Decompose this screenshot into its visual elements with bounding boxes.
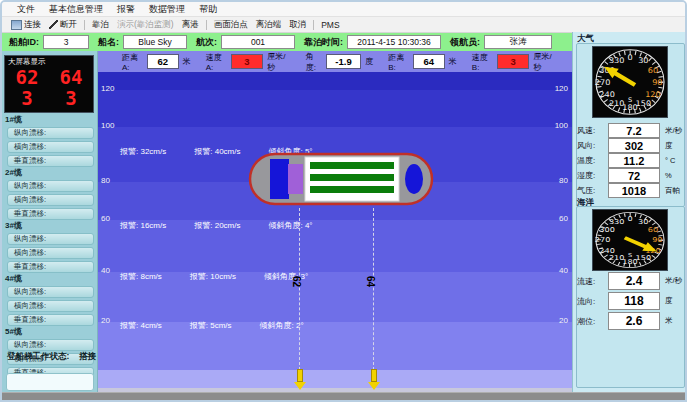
alarm-1-speed2: 报警: 40cm/s — [194, 146, 240, 157]
temperature-label: 温度: — [575, 155, 608, 166]
current-direction-value: 118 — [608, 292, 660, 310]
left-sidebar: 大屏幕显示 62 64 3 3 1#缆 纵向漂移: 横向漂移: 垂直漂移: 2#… — [2, 51, 98, 392]
current-speed-unit: 米/秒 — [660, 276, 682, 286]
speed-b-value: 3 — [497, 54, 530, 69]
alarm-row-4: 报警: 4cm/s 报警: 5cm/s 倾斜角度: 2° — [120, 320, 304, 331]
cable-5-header: 5#缆 — [2, 327, 97, 337]
toolbar-separator — [206, 20, 207, 30]
toolbar: 连接 断开 靠泊 演示(靠泊监测) 离港 画面泊点 离泊端 取消 PMS — [2, 16, 685, 33]
voyage-label: 航次: — [196, 36, 217, 49]
dial-label: 300 — [599, 226, 615, 234]
toolbar-separator — [313, 20, 314, 30]
menu-data[interactable]: 数据管理 — [142, 2, 192, 17]
menu-basic-info[interactable]: 基本信息管理 — [42, 2, 110, 17]
led-value-b: 64 — [49, 67, 93, 88]
window-bottom-frame — [2, 392, 685, 402]
dial-label: 180 — [622, 258, 638, 266]
sidebar-empty-panel — [6, 373, 94, 391]
cancel-button[interactable]: 取消 — [285, 19, 310, 31]
dial-label: 270 — [595, 78, 611, 87]
tide-level-unit: 米 — [660, 316, 673, 326]
cable-2-lateral-drift[interactable]: 横向漂移: — [7, 194, 94, 206]
humidity-row: 湿度: 72 % — [575, 168, 687, 183]
ship-id-input[interactable]: 3 — [43, 35, 89, 49]
cable-4-lateral-drift[interactable]: 横向漂移: — [7, 300, 94, 312]
cable-3-longitudinal-drift[interactable]: 纵向漂移: — [7, 233, 94, 245]
dial-label: 150 — [636, 99, 652, 108]
alarm-4-speed1: 报警: 4cm/s — [120, 320, 162, 331]
alarm-1-speed1: 报警: 32cm/s — [120, 146, 166, 157]
cable-3-vertical-drift[interactable]: 垂直漂移: — [7, 261, 94, 273]
cable-1-vertical-drift[interactable]: 垂直漂移: — [7, 155, 94, 167]
cable-3-lateral-drift[interactable]: 横向漂移: — [7, 247, 94, 259]
ship-info-bar: 船舶ID: 3 船名: Blue Sky 航次: 001 靠泊时间: 2011-… — [2, 33, 572, 51]
dial-label: 240 — [599, 246, 615, 254]
berth-point-button[interactable]: 画面泊点 — [210, 19, 252, 31]
disconnect-button[interactable]: 断开 — [45, 19, 81, 31]
distance-a-label: 距离A: — [122, 52, 143, 72]
voyage-input[interactable]: 001 — [221, 35, 295, 49]
alarm-2-speed1: 报警: 16cm/s — [120, 220, 166, 231]
wind-direction-value: 302 — [608, 138, 660, 153]
measurement-bar: 距离A: 62 米 速度A: 3 厘米/秒 角度: -1.9 度 距离B: 64… — [98, 51, 572, 72]
alarm-4-angle: 倾斜角度: 2° — [260, 320, 304, 331]
cable-2-header: 2#缆 — [2, 168, 97, 178]
current-speed-label: 流速: — [575, 276, 608, 287]
berth-button[interactable]: 靠泊 — [88, 19, 113, 31]
cable-1-header: 1#缆 — [2, 115, 97, 125]
cable-2-longitudinal-drift[interactable]: 纵向漂移: — [7, 180, 94, 192]
speed-a-value: 3 — [231, 54, 264, 69]
cable-5-longitudinal-drift[interactable]: 纵向漂移: — [7, 339, 94, 351]
menu-file[interactable]: 文件 — [10, 2, 42, 17]
menu-bar: 文件 基本信息管理 报警 数据管理 帮助 — [2, 2, 685, 16]
pms-button[interactable]: PMS — [317, 19, 343, 31]
ship-name-input[interactable]: Blue Sky — [123, 35, 187, 49]
disconnect-icon — [49, 20, 58, 29]
led-speed-a: 3 — [5, 88, 49, 109]
toolbar-separator — [84, 20, 85, 30]
depart-button[interactable]: 离港 — [178, 19, 203, 31]
tide-level-value: 2.6 — [608, 312, 660, 330]
axis-right-40: 40 — [559, 266, 568, 275]
measure-label-a: 62 — [291, 276, 302, 287]
dial-label: 270 — [595, 236, 611, 244]
led-value-a: 62 — [5, 67, 49, 88]
cargo-stripe — [310, 162, 394, 169]
dial-label: 30 — [638, 56, 648, 65]
current-direction-row: 流向: 118 度 — [575, 292, 687, 310]
cable-1-longitudinal-drift[interactable]: 纵向漂移: — [7, 127, 94, 139]
wind-direction-label: 风向: — [575, 140, 608, 151]
cable-2-vertical-drift[interactable]: 垂直漂移: — [7, 208, 94, 220]
pressure-value: 1018 — [608, 183, 660, 198]
temperature-value: 11.2 — [608, 153, 660, 168]
current-speed-value: 2.4 — [608, 272, 660, 290]
pressure-unit: 百帕 — [660, 186, 680, 196]
quay-strip — [98, 370, 572, 388]
current-direction-gauge: 0 30 60 90 120 150 180 210 240 270 300 3… — [592, 209, 668, 271]
menu-alarm[interactable]: 报警 — [110, 2, 142, 17]
alarm-row-2: 报警: 16cm/s 报警: 20cm/s 倾斜角度: 4° — [120, 220, 313, 231]
ship-deckhouse — [288, 164, 303, 194]
alarm-2-speed2: 报警: 20cm/s — [194, 220, 240, 231]
unberth-end-button[interactable]: 离泊端 — [252, 19, 286, 31]
demo-button[interactable]: 演示(靠泊监测) — [113, 19, 178, 31]
angle-label: 角度: — [306, 51, 322, 73]
ship-bridge — [270, 159, 289, 199]
cable-4-longitudinal-drift[interactable]: 纵向漂移: — [7, 286, 94, 298]
led-speed-b: 3 — [49, 88, 93, 109]
axis-right-100: 100 — [555, 121, 568, 130]
cable-groups: 1#缆 纵向漂移: 横向漂移: 垂直漂移: 2#缆 纵向漂移: 横向漂移: 垂直… — [2, 115, 97, 380]
dial-south-label: S — [628, 251, 632, 257]
connect-button[interactable]: 连接 — [7, 19, 45, 31]
cable-4-vertical-drift[interactable]: 垂直漂移: — [7, 314, 94, 326]
current-direction-label: 流向: — [575, 296, 608, 307]
dial-label: 330 — [609, 56, 625, 65]
distance-a-unit: 米 — [183, 56, 191, 67]
dial-label: 210 — [609, 254, 625, 262]
menu-help[interactable]: 帮助 — [192, 2, 224, 17]
cable-1-lateral-drift[interactable]: 横向漂移: — [7, 141, 94, 153]
wind-speed-label: 风速: — [575, 125, 608, 136]
berth-time-input[interactable]: 2011-4-15 10:30:36 — [347, 35, 441, 49]
dial-south-label: S — [628, 96, 632, 104]
pilot-input[interactable]: 张涛 — [484, 35, 552, 49]
